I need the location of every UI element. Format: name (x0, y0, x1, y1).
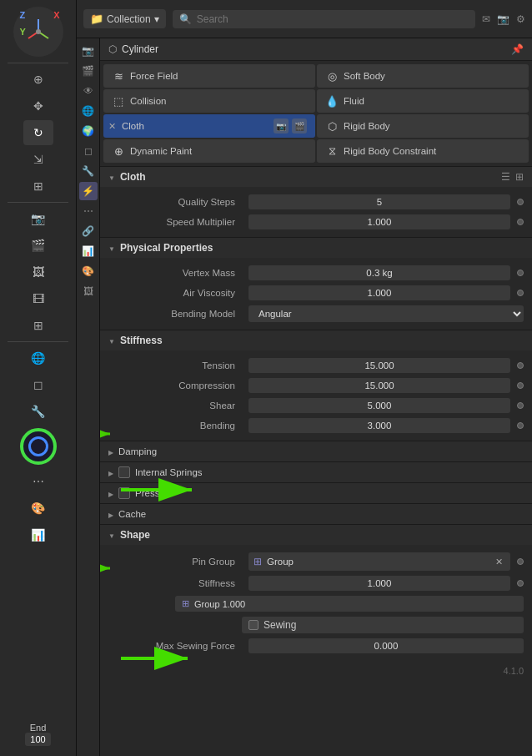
collection-dropdown[interactable]: 📁 Collection ▾ (83, 9, 166, 28)
pin-group-value[interactable]: ⊞ Group ✕ (248, 552, 510, 571)
camera-header-icon[interactable]: 📷 (497, 13, 509, 25)
grid-icon[interactable]: ⊞ (23, 313, 53, 338)
rigid-body-constraint-button[interactable]: ⧖ Rigid Body Constraint (317, 139, 529, 163)
camera-icon[interactable]: 📷 (23, 206, 53, 231)
left-toolbar: Z Y X ⊕ ✥ ↻ ⇲ ⊞ 📷 🎬 🖼 🎞 ⊞ 🌐 ◻ 🔧 ⋯ 🎨 📊 En… (0, 0, 77, 756)
cloth-x-icon[interactable]: ✕ (108, 121, 116, 132)
bending-label: Bending (108, 421, 242, 431)
cloth-list-icon[interactable]: ☰ (501, 171, 510, 183)
pin-group-dot (517, 558, 524, 565)
props-constraint-icon[interactable]: 🔗 (79, 222, 98, 240)
pin-icon[interactable]: 📌 (511, 43, 524, 55)
shape-stiffness-label: Stiffness (108, 578, 242, 588)
internal-springs-checkbox[interactable] (118, 466, 130, 478)
props-view-icon[interactable]: 👁 (79, 82, 98, 100)
image-icon[interactable]: 🖼 (23, 260, 53, 285)
move-tool[interactable]: ✥ (23, 93, 53, 118)
shear-value[interactable]: 5.000 (248, 398, 510, 413)
tension-dot (517, 362, 524, 369)
object-icon[interactable]: ◻ (23, 372, 53, 397)
render-icon[interactable]: 🎬 (23, 233, 53, 258)
cloth-section-header[interactable]: Cloth ☰ ⊞ (100, 166, 532, 187)
props-texture-icon[interactable]: 🖼 (79, 282, 98, 300)
physical-properties-content: Vertex Mass 0.3 kg Air Viscosity 1.000 B… (100, 258, 532, 330)
modifier-icon[interactable]: 🔧 (23, 399, 53, 424)
cursor-tool[interactable]: ⊕ (23, 67, 53, 92)
settings-icon[interactable]: ⚙ (516, 13, 525, 25)
cloth-button[interactable]: ✕ Cloth 📷 🎬 (103, 114, 315, 138)
mail-icon[interactable]: ✉ (482, 13, 490, 25)
pressure-checkbox[interactable] (118, 487, 130, 499)
air-viscosity-value[interactable]: 1.000 (248, 285, 510, 300)
search-input[interactable] (197, 13, 469, 25)
speed-multiplier-value[interactable]: 1.000 (248, 214, 510, 229)
props-object-icon[interactable]: ◻ (79, 142, 98, 160)
object-name[interactable]: Cylinder (122, 43, 158, 55)
force-field-button[interactable]: ≋ Force Field (103, 64, 315, 88)
vertex-mass-value[interactable]: 0.3 kg (248, 265, 510, 280)
fluid-button[interactable]: 💧 Fluid (317, 89, 529, 113)
world-icon[interactable]: 🌐 (23, 345, 53, 370)
toolbar-divider-3 (8, 341, 68, 342)
cache-section[interactable]: Cache (100, 503, 532, 524)
bending-value[interactable]: 3.000 (248, 418, 510, 433)
props-world-icon[interactable]: 🌍 (79, 122, 98, 140)
sewing-checkbox[interactable] (248, 620, 258, 630)
cloth-camera-icon[interactable]: 📷 (274, 118, 289, 134)
rigid-body-icon: ⬡ (325, 119, 339, 133)
shader-icon[interactable]: 🎨 (23, 496, 53, 521)
damping-chevron (108, 446, 113, 457)
sewing-value[interactable]: Sewing (242, 617, 524, 633)
video-icon[interactable]: 🎞 (23, 286, 53, 311)
props-scene-icon[interactable]: 🌐 (79, 102, 98, 120)
rigid-body-constraint-label: Rigid Body Constraint (344, 146, 436, 156)
shape-header[interactable]: Shape (100, 524, 532, 545)
props-output-icon[interactable]: 🎬 (79, 62, 98, 80)
particle-icon[interactable]: ⋯ (23, 469, 53, 494)
props-particle-icon[interactable]: ⋯ (79, 202, 98, 220)
stiffness-header[interactable]: Stiffness (100, 330, 532, 350)
cloth-header-icons: ☰ ⊞ (501, 171, 524, 183)
props-physics-icon[interactable]: ⚡ (79, 182, 98, 200)
toolbar-divider-1 (8, 63, 68, 63)
internal-springs-section[interactable]: Internal Springs (100, 461, 532, 482)
data-icon[interactable]: 📊 (23, 522, 53, 547)
cache-title: Cache (118, 509, 146, 519)
quality-steps-value[interactable]: 5 (248, 194, 510, 209)
vertex-mass-label: Vertex Mass (108, 268, 242, 278)
cloth-render-icon[interactable]: 🎬 (292, 118, 307, 134)
end-value[interactable]: 100 (25, 733, 50, 746)
compression-value[interactable]: 15.000 (248, 378, 510, 393)
quality-steps-label: Quality Steps (108, 197, 242, 207)
soft-body-button[interactable]: ◎ Soft Body (317, 64, 529, 88)
dynamic-paint-button[interactable]: ⊕ Dynamic Paint (103, 139, 315, 163)
search-bar[interactable]: 🔍 (173, 10, 475, 28)
group-extended-row: ⊞ Group 1.000 (108, 593, 524, 614)
pin-group-row: Pin Group ⊞ Group ✕ (108, 550, 524, 573)
cache-chevron (108, 508, 113, 520)
transform-tool[interactable]: ⊞ (23, 174, 53, 199)
object-name-bar: ⬡ Cylinder 📌 (100, 38, 532, 61)
collision-icon: ⬚ (112, 94, 125, 108)
tension-value[interactable]: 15.000 (248, 358, 510, 373)
collision-button[interactable]: ⬚ Collision (103, 89, 315, 113)
pressure-section[interactable]: Pressure (100, 482, 532, 503)
physical-properties-header[interactable]: Physical Properties (100, 237, 532, 258)
props-render-icon[interactable]: 📷 (79, 42, 98, 60)
cloth-grid-icon[interactable]: ⊞ (515, 171, 524, 183)
props-data-icon[interactable]: 📊 (79, 242, 98, 260)
props-modifier-wrench-icon[interactable]: 🔧 (79, 162, 98, 180)
rigid-body-button[interactable]: ⬡ Rigid Body (317, 114, 529, 138)
physics-active-icon[interactable] (20, 428, 57, 465)
scale-tool[interactable]: ⇲ (23, 147, 53, 172)
damping-section[interactable]: Damping (100, 441, 532, 461)
shape-stiffness-value[interactable]: 1.000 (248, 576, 510, 591)
max-sewing-force-value[interactable]: 0.000 (248, 638, 524, 653)
cloth-title: Cloth (120, 171, 496, 183)
search-icon: 🔍 (179, 13, 192, 25)
rotate-tool[interactable]: ↻ (23, 120, 53, 145)
bending-model-select[interactable]: Angular Linear (248, 305, 524, 322)
props-material-icon[interactable]: 🎨 (79, 262, 98, 280)
pin-group-clear-button[interactable]: ✕ (492, 555, 505, 568)
max-sewing-force-label: Max Sewing Force (108, 641, 242, 651)
